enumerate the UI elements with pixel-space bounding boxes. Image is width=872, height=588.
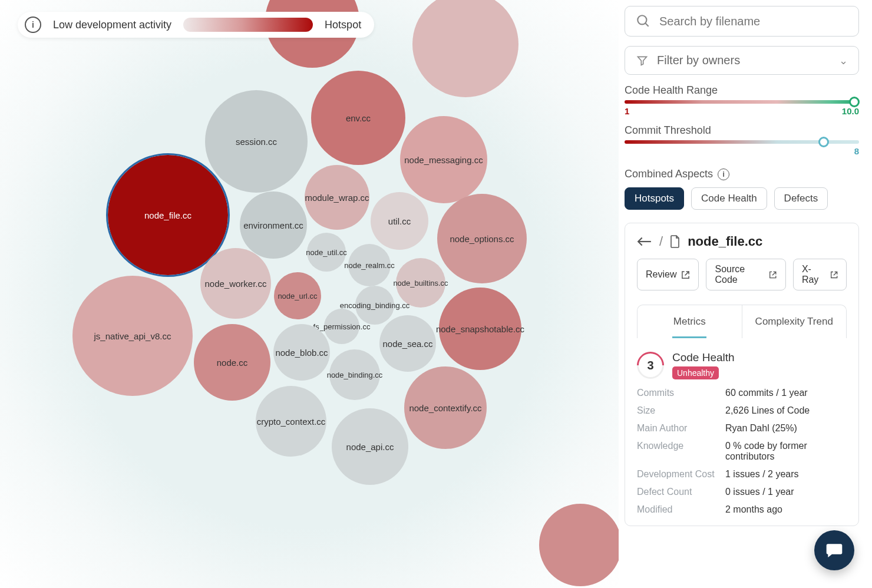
hotspot-circle[interactable]: node_sea.cc <box>379 315 436 372</box>
tab-metrics[interactable]: Metrics <box>638 305 742 338</box>
breadcrumb-separator: / <box>659 234 663 249</box>
hotspot-circle[interactable]: node_url.cc <box>274 272 321 319</box>
tab-complexity-trend[interactable]: Complexity Trend <box>742 305 847 338</box>
meta-value: 2,626 Lines of Code <box>725 405 847 416</box>
search-row[interactable] <box>625 6 859 37</box>
hotspot-circle[interactable]: session.cc <box>205 90 308 193</box>
hotspot-circle[interactable]: util.cc <box>371 192 428 250</box>
sidebar: Filter by owners ⌄ Code Health Range 1 1… <box>619 0 872 588</box>
svg-point-0 <box>638 15 646 24</box>
meta-value: Ryan Dahl (25%) <box>725 423 847 434</box>
filter-placeholder: Filter by owners <box>657 54 831 67</box>
chevron-down-icon: ⌄ <box>839 54 848 67</box>
hotspot-circle[interactable]: node_realm.cc <box>348 244 391 286</box>
hotspot-circle[interactable]: environment.cc <box>240 191 307 259</box>
hotspot-circle[interactable]: fs_permission.cc <box>324 309 359 344</box>
info-icon[interactable]: i <box>718 169 729 180</box>
combined-aspects-label: Combined Aspects <box>625 168 713 180</box>
back-arrow-icon[interactable] <box>637 236 652 247</box>
hotspot-circle[interactable]: node_binding.cc <box>329 349 380 400</box>
hotspot-visualization[interactable]: i Low development activity Hotspot node_… <box>0 0 619 588</box>
legend-hot-label: Hotspot <box>325 19 361 31</box>
meta-value: 0 issues / 1 year <box>725 487 847 497</box>
meta-key: Defect Count <box>637 487 725 497</box>
legend-gradient <box>183 18 313 32</box>
hotspot-circle[interactable]: node.cc <box>194 324 270 401</box>
source-code-button[interactable]: Source Code <box>706 259 785 290</box>
meta-value: 60 commits / 1 year <box>725 388 847 398</box>
health-score-ring: 3 <box>631 346 669 384</box>
review-button[interactable]: Review <box>637 259 699 290</box>
filter-icon <box>636 55 649 67</box>
aspect-chip-code-health[interactable]: Code Health <box>691 187 767 210</box>
svg-line-5 <box>772 272 776 275</box>
health-badge: Unhealthy <box>672 366 719 379</box>
meta-value: 2 months ago <box>725 504 847 515</box>
hotspot-circle[interactable]: crypto_context.cc <box>256 386 326 457</box>
svg-line-6 <box>833 272 837 275</box>
hotspot-circle[interactable]: node_messaging.cc <box>400 116 487 203</box>
hotspot-circle[interactable]: module_wrap.cc <box>305 165 369 230</box>
commit-threshold-value: 8 <box>854 146 859 156</box>
health-range-min: 1 <box>625 106 629 116</box>
legend-low-label: Low development activity <box>53 19 171 31</box>
hotspot-circle[interactable]: node_file.cc <box>108 155 228 275</box>
hotspot-circle[interactable]: encoding_binding.cc <box>355 286 394 325</box>
hotspot-circle[interactable]: env.cc <box>311 71 405 165</box>
meta-key: Size <box>637 405 725 416</box>
info-icon[interactable]: i <box>25 16 41 33</box>
file-name: node_file.cc <box>688 234 762 249</box>
hotspot-circle[interactable]: node_util.cc <box>307 233 346 272</box>
svg-line-4 <box>685 271 689 275</box>
aspect-chips: HotspotsCode HealthDefects <box>625 187 859 210</box>
hotspot-circle[interactable]: node_options.cc <box>437 194 527 283</box>
hotspot-circle[interactable]: node_api.cc <box>332 408 408 485</box>
external-link-icon <box>769 270 777 279</box>
meta-key: Main Author <box>637 423 725 434</box>
code-health-title: Code Health <box>672 351 735 364</box>
external-link-icon <box>681 270 690 279</box>
file-icon <box>670 235 681 248</box>
file-detail-card: / node_file.cc ReviewSource CodeX-Ray Me… <box>625 223 859 526</box>
hotspot-circle[interactable]: node_blob.cc <box>273 324 330 381</box>
aspect-chip-defects[interactable]: Defects <box>774 187 828 210</box>
chat-icon <box>825 541 844 560</box>
hotspot-circle[interactable]: node_builtins.cc <box>396 258 445 308</box>
health-range-slider[interactable] <box>625 100 859 104</box>
meta-value: 0 % code by former contributors <box>725 441 847 462</box>
svg-marker-2 <box>638 57 647 65</box>
hotspot-circle[interactable]: node_worker.cc <box>200 248 271 319</box>
search-input[interactable] <box>659 15 848 28</box>
search-icon <box>636 14 651 29</box>
chat-fab[interactable] <box>814 530 854 570</box>
meta-value: 1 issues / 2 years <box>725 469 847 480</box>
health-score-value: 3 <box>647 359 653 372</box>
filter-row[interactable]: Filter by owners ⌄ <box>625 46 859 75</box>
health-range-label: Code Health Range <box>625 84 859 97</box>
meta-key: Knowledge <box>637 441 725 462</box>
hotspot-circle[interactable]: js_native_api_v8.cc <box>72 276 193 396</box>
x-ray-button[interactable]: X-Ray <box>793 259 847 290</box>
svg-line-1 <box>645 23 648 26</box>
meta-key: Development Cost <box>637 469 725 480</box>
legend-bar: i Low development activity Hotspot <box>18 12 374 38</box>
hotspot-circle[interactable] <box>539 504 619 586</box>
meta-key: Modified <box>637 504 725 515</box>
aspect-chip-hotspots[interactable]: Hotspots <box>625 187 684 210</box>
health-range-handle[interactable] <box>849 97 860 107</box>
hotspot-circle[interactable] <box>412 0 518 97</box>
external-link-icon <box>830 270 838 279</box>
hotspot-circle[interactable]: node_contextify.cc <box>404 366 487 449</box>
hotspot-circle[interactable]: node_snapshotable.cc <box>439 288 521 370</box>
commit-threshold-label: Commit Threshold <box>625 124 859 137</box>
meta-key: Commits <box>637 388 725 398</box>
commit-threshold-slider[interactable] <box>625 140 859 144</box>
health-range-max: 10.0 <box>842 106 859 116</box>
